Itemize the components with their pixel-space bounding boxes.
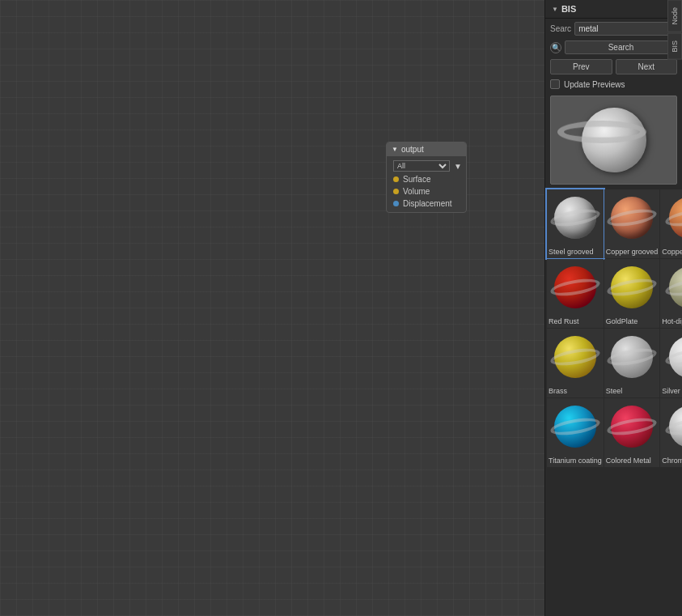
material-label-copper-grooved: Copper grooved: [604, 246, 660, 258]
search-icon: 🔍: [550, 42, 561, 53]
sphere-ring-steel: [606, 346, 658, 368]
output-type-select[interactable]: All Surface Volume Displacement: [393, 160, 450, 172]
material-thumbnail-hot-dipped: [660, 259, 682, 316]
sphere-ring-red-rust: [549, 276, 601, 299]
volume-socket-dot: [393, 189, 399, 194]
material-sphere-goldplate: [611, 266, 653, 308]
material-item-copper[interactable]: Copper: [660, 189, 682, 258]
tab-node[interactable]: Node: [667, 0, 682, 32]
material-label-hot-dipped: Hot-dipped Galv..: [660, 316, 682, 328]
material-sphere-brass: [554, 336, 596, 378]
material-sphere-colored-metal: [611, 406, 653, 448]
output-node-header: ▼ output: [387, 142, 466, 156]
search-label: Searc: [550, 24, 571, 33]
material-item-red-rust[interactable]: Red Rust: [547, 259, 604, 328]
material-label-colored-metal: Colored Metal: [604, 455, 660, 467]
search-button-row: 🔍 Search: [545, 39, 682, 57]
search-button[interactable]: Search: [565, 40, 677, 54]
large-preview: [550, 96, 677, 185]
material-item-titanium[interactable]: Titanium coating: [547, 398, 604, 467]
material-item-copper-grooved[interactable]: Copper grooved: [604, 189, 660, 258]
output-surface-row: Surface: [387, 173, 466, 185]
material-item-steel[interactable]: Steel: [604, 329, 660, 397]
sidebar-title-area: ▼ BIS: [552, 4, 576, 14]
material-label-red-rust: Red Rust: [547, 316, 604, 328]
material-label-silver: Silver: [660, 385, 682, 397]
preview-ring: [557, 121, 646, 143]
output-volume-row: Volume: [387, 185, 466, 198]
collapse-triangle: ▼: [392, 146, 398, 153]
material-sphere-copper: [669, 197, 682, 239]
search-row: Searc: [545, 19, 682, 39]
material-sphere-hot-dipped: [669, 266, 682, 308]
material-thumbnail-brass: [547, 329, 604, 385]
sphere-ring-copper-grooved: [606, 206, 658, 229]
material-item-chrome[interactable]: Chrome: [660, 398, 682, 467]
material-item-colored-metal[interactable]: Colored Metal: [604, 398, 660, 467]
material-item-brass[interactable]: Brass: [547, 329, 604, 397]
material-sphere-silver: [669, 336, 682, 378]
surface-socket-dot: [393, 176, 399, 182]
material-label-goldplate: GoldPlate: [604, 316, 660, 328]
sphere-ring-copper: [664, 206, 682, 229]
material-thumbnail-goldplate: [604, 259, 660, 316]
prev-button[interactable]: Prev: [550, 59, 612, 74]
sidebar-collapse-triangle: ▼: [552, 6, 558, 13]
output-displacement-row: Displacement: [387, 198, 466, 210]
material-thumbnail-copper-grooved: [604, 189, 660, 246]
nav-row: Prev Next: [545, 57, 682, 76]
material-label-steel: Steel: [604, 385, 660, 397]
sidebar-vertical-tabs: Node BIS: [667, 0, 682, 60]
material-label-steel-grooved: Steel grooved: [547, 246, 604, 258]
material-sphere-steel: [611, 336, 653, 378]
material-sphere-chrome: [669, 406, 682, 448]
tab-bis[interactable]: BIS: [667, 33, 682, 60]
chevron-down-icon: ▼: [454, 162, 462, 171]
material-item-goldplate[interactable]: GoldPlate: [604, 259, 660, 328]
material-item-silver[interactable]: Silver: [660, 329, 682, 397]
material-thumbnail-red-rust: [547, 259, 604, 316]
material-label-chrome: Chrome: [660, 455, 682, 467]
material-thumbnail-copper: [660, 189, 682, 246]
material-sphere-steel-grooved: [554, 197, 596, 239]
material-item-hot-dipped[interactable]: Hot-dipped Galv..: [660, 259, 682, 328]
sphere-ring-hot-dipped: [664, 276, 682, 299]
sphere-ring-chrome: [664, 415, 682, 438]
sphere-ring-silver: [664, 346, 682, 368]
output-displacement-label: Displacement: [403, 199, 452, 208]
output-volume-label: Volume: [403, 187, 430, 196]
bis-sidebar: Node BIS ▼ BIS ··· Searc 🔍 Search Prev N…: [544, 0, 682, 616]
material-label-titanium: Titanium coating: [547, 455, 604, 467]
material-item-steel-grooved[interactable]: Steel grooved: [547, 189, 604, 258]
sphere-ring-steel-grooved: [549, 206, 601, 229]
material-label-copper: Copper: [660, 246, 682, 258]
material-sphere-red-rust: [554, 266, 596, 308]
material-sphere-titanium: [554, 406, 596, 448]
sphere-ring-colored-metal: [606, 415, 658, 438]
sphere-ring-titanium: [549, 415, 601, 438]
output-node-body: All Surface Volume Displacement ▼ Surfac…: [387, 156, 466, 212]
update-previews-row: Update Previews: [545, 76, 682, 92]
sphere-ring-goldplate: [606, 276, 658, 299]
search-input[interactable]: [574, 22, 682, 36]
material-label-brass: Brass: [547, 385, 604, 397]
material-thumbnail-colored-metal: [604, 398, 660, 455]
material-thumbnail-silver: [660, 329, 682, 385]
material-thumbnail-steel: [604, 329, 660, 385]
sidebar-header: ▼ BIS ···: [545, 0, 682, 19]
sidebar-title-text: BIS: [561, 4, 576, 14]
material-sphere-copper-grooved: [611, 197, 653, 239]
material-thumbnail-steel-grooved: [547, 189, 604, 246]
sphere-ring-brass: [549, 346, 601, 368]
output-surface-label: Surface: [403, 175, 430, 184]
material-thumbnail-titanium: [547, 398, 604, 455]
displacement-socket-dot: [393, 201, 399, 206]
material-thumbnail-chrome: [660, 398, 682, 455]
output-node: ▼ output All Surface Volume Displacement…: [386, 142, 467, 213]
next-button[interactable]: Next: [616, 59, 678, 74]
node-editor-canvas[interactable]: ▼ output All Surface Volume Displacement…: [0, 0, 544, 616]
update-previews-label: Update Previews: [564, 80, 625, 89]
output-all-row: All Surface Volume Displacement ▼: [387, 159, 466, 173]
update-previews-checkbox[interactable]: [550, 79, 560, 89]
material-grid: Steel groovedCopper groovedCopperCopper …: [545, 188, 682, 616]
